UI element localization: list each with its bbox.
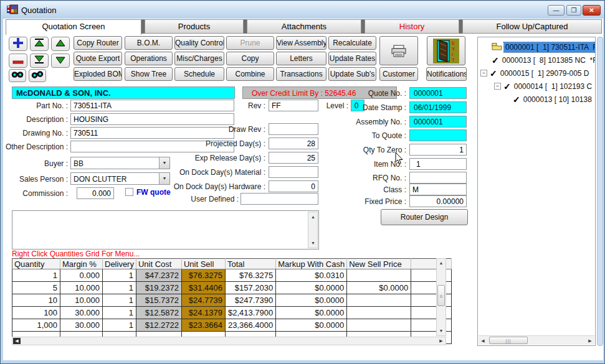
buyer-select[interactable]: BB ▼ (70, 157, 170, 169)
exp-release-days-field[interactable] (269, 152, 318, 164)
quote-export-button[interactable]: Quote Export (74, 52, 122, 65)
on-dock-material-field[interactable] (269, 166, 318, 178)
print-button[interactable] (379, 36, 418, 65)
grid-cell[interactable]: $247.7390 (225, 294, 275, 307)
grid-cell[interactable] (347, 294, 411, 307)
scroll-up-icon[interactable]: ▲ (309, 213, 317, 221)
remove-button[interactable] (9, 54, 27, 68)
grid-cell[interactable]: $23.3664 (181, 319, 225, 332)
show-tree-button[interactable]: Show Tree (125, 67, 173, 81)
scroll-right-icon[interactable]: ▶ (586, 337, 594, 344)
scrollbar-thumb[interactable]: ≡ (437, 285, 445, 306)
quality-control-button[interactable]: Quality Control (174, 36, 224, 50)
sales-person-select[interactable]: DON CLUTTER ▼ (70, 172, 170, 185)
grid-cell[interactable]: $47.2372 (136, 269, 181, 282)
rev-field[interactable] (269, 100, 318, 111)
user-defined-field[interactable] (241, 193, 318, 205)
notes-scrollbar[interactable]: ▲ ▼ (308, 212, 318, 248)
grid-cell[interactable]: 30.000 (60, 307, 103, 319)
exploded-bom-button[interactable]: Exploded BOM (74, 67, 122, 81)
collapse-icon[interactable]: − (494, 83, 501, 90)
grid-cell[interactable]: 10 (12, 294, 60, 307)
grid-cell[interactable]: $15.7372 (136, 294, 181, 307)
grid-cell[interactable]: 23,366.4000 (225, 319, 275, 332)
grid-vscrollbar[interactable]: ▲ ≡ ▼ (436, 258, 446, 336)
grid-cell[interactable]: $12.2722 (136, 319, 181, 332)
view-assembly-button[interactable]: View Assembly (276, 36, 326, 50)
grid-cell[interactable]: $24.7739 (181, 294, 225, 307)
class-field[interactable] (409, 184, 467, 195)
grid-hscrollbar[interactable]: ◀ ▶ (12, 337, 446, 345)
qty-to-zero-field[interactable] (409, 144, 467, 156)
draw-rev-field[interactable] (269, 123, 318, 135)
grid-cell[interactable]: 0.000 (60, 269, 103, 282)
nav-last-button[interactable] (30, 54, 49, 68)
fixed-price-field[interactable] (409, 195, 467, 207)
scrollbar-thumb[interactable]: ||| (489, 337, 528, 344)
scroll-left-icon[interactable]: ◀ (479, 337, 487, 344)
grid-cell[interactable]: 30.000 (60, 319, 103, 332)
letters-button[interactable]: Letters (276, 52, 326, 65)
update-subs-button[interactable]: Update Sub's (328, 67, 376, 81)
grid-cell[interactable]: $0.0000 (276, 282, 347, 294)
add-button[interactable] (9, 37, 27, 51)
tree-item[interactable]: − ✓ 0000014 [ 1] 102193 C (494, 80, 595, 93)
prune-button[interactable]: Prune (226, 36, 274, 50)
tree-hscrollbar[interactable]: ◀ ||| ▶ (479, 335, 594, 345)
grid-cell[interactable]: 5 (12, 282, 60, 294)
grid-cell[interactable]: $76.3275 (225, 269, 275, 282)
grid-cell[interactable]: 1 (103, 282, 136, 294)
quantities-grid[interactable]: Quantity Margin % Delivery Unit Cost Uni… (12, 258, 452, 344)
tree-item[interactable]: 0000001 [ 1] 730511-ITA FF (492, 40, 595, 54)
router-design-button[interactable]: Router Design (381, 209, 468, 225)
grid-cell[interactable]: 1,000 (12, 319, 60, 332)
notes-textarea[interactable]: ▲ ▼ (12, 210, 319, 250)
operations-button[interactable]: Operations (125, 52, 173, 65)
exit-button[interactable]: EXIT (427, 36, 465, 65)
on-dock-hardware-field[interactable] (269, 180, 318, 192)
grid-cell[interactable] (347, 307, 411, 319)
tree-vscrollbar[interactable] (597, 37, 603, 346)
grid-cell[interactable]: 10.000 (60, 294, 103, 307)
grid-cell[interactable]: $157.2030 (225, 282, 275, 294)
scroll-right-icon[interactable]: ▶ (437, 338, 445, 344)
tab-history[interactable]: History (364, 19, 459, 34)
scroll-down-icon[interactable]: ▼ (309, 239, 317, 247)
schedule-button[interactable]: Schedule (174, 67, 224, 81)
grid-cell[interactable]: $0.0000 (276, 307, 347, 319)
grid-cell[interactable] (347, 319, 411, 332)
tab-quotation-screen[interactable]: Quotation Screen (6, 19, 141, 35)
nav-first-button[interactable] (30, 37, 49, 51)
grid-cell[interactable]: 10.000 (60, 282, 103, 294)
bom-button[interactable]: B.O.M. (125, 36, 173, 50)
scroll-up-icon[interactable]: ▲ (437, 259, 445, 267)
item-no-field[interactable] (409, 158, 467, 170)
grid-cell[interactable]: $0.0000 (276, 319, 347, 332)
tree-item[interactable]: ✓ 0000013 [ 8] 101385 NC *F (492, 54, 595, 67)
commission-field[interactable] (77, 187, 114, 199)
grid-cell[interactable]: 1 (103, 319, 136, 332)
tree-item[interactable]: ✓ 0000013 [ 10] 10138 (513, 93, 595, 106)
grid-cell[interactable]: $0.0000 (276, 294, 347, 307)
scroll-left-icon[interactable]: ◀ (13, 338, 21, 344)
grid-cell[interactable]: $2,413.7900 (225, 307, 275, 319)
grid-cell[interactable]: $0.0000 (347, 282, 411, 294)
close-button[interactable]: ✕ (583, 5, 601, 16)
grid-cell[interactable]: $0.0310 (276, 269, 347, 282)
scroll-down-icon[interactable]: ▼ (437, 327, 445, 335)
update-rates-button[interactable]: Update Rates (328, 52, 376, 65)
projected-days-field[interactable] (269, 138, 318, 149)
tree-item[interactable]: − ✓ 0000015 [ 1] 29079-005 D (480, 67, 595, 80)
grid-cell[interactable]: $31.4406 (181, 282, 225, 294)
recalculate-button[interactable]: Recalculate (328, 36, 376, 50)
transactions-button[interactable]: Transactions (276, 67, 326, 81)
grid-cell[interactable]: $24.1379 (181, 307, 225, 319)
nav-down-button[interactable] (51, 54, 70, 68)
grid-cell[interactable] (347, 269, 411, 282)
tab-products[interactable]: Products (145, 19, 244, 34)
collapse-icon[interactable]: − (480, 70, 487, 77)
grid-cell[interactable]: 100 (12, 307, 60, 319)
nav-up-button[interactable] (51, 37, 70, 51)
find-next-button[interactable] (29, 69, 46, 82)
grid-cell[interactable]: $76.3275 (181, 269, 225, 282)
